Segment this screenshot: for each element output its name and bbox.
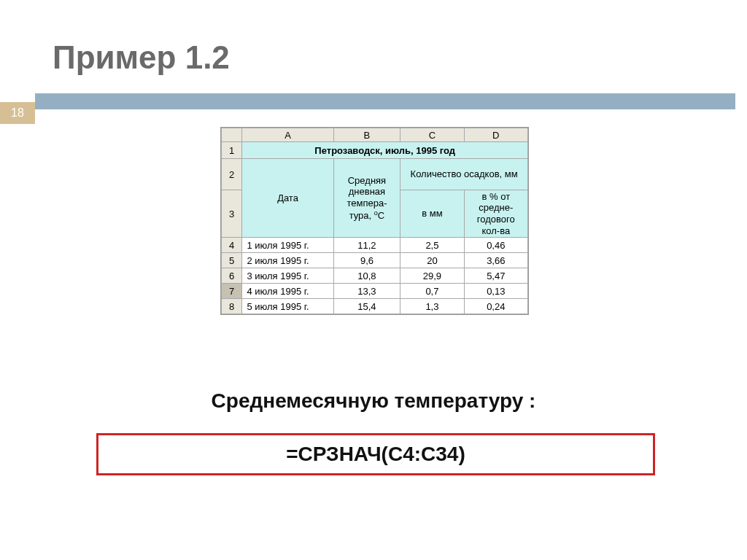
caption-text: Среднемесячную температуру :	[0, 389, 747, 413]
cell-temp: 15,4	[333, 299, 400, 314]
cell-mm: 29,9	[400, 268, 464, 284]
cell-date: 4 июля 1995 г.	[242, 284, 333, 299]
header-precip-mm: в мм	[400, 190, 464, 238]
row-num-6: 6	[222, 268, 242, 284]
row-num-5: 5	[222, 253, 242, 268]
formula-box: =СРЗНАЧ(C4:C34)	[96, 433, 655, 475]
header-precip-group: Количество осадков, мм	[400, 159, 528, 190]
cell-date: 3 июля 1995 г.	[242, 268, 333, 284]
cell-mm: 20	[400, 253, 464, 268]
cell-pct: 3,66	[464, 253, 527, 268]
table-row: 5 2 июля 1995 г. 9,6 20 3,66	[222, 253, 528, 268]
table-row: 6 3 июля 1995 г. 10,8 29,9 5,47	[222, 268, 528, 284]
page-number-badge: 18	[0, 102, 35, 124]
row-num-7: 7	[222, 284, 242, 299]
row-num-4: 4	[222, 238, 242, 253]
col-header-B: B	[333, 128, 400, 142]
cell-temp: 10,8	[333, 268, 400, 284]
table-row: 4 1 июля 1995 г. 11,2 2,5 0,46	[222, 238, 528, 253]
cell-pct: 5,47	[464, 268, 527, 284]
cell-pct: 0,13	[464, 284, 527, 299]
header-precip-pct: в % отсредне-годовогокол-ва	[464, 190, 527, 238]
cell-pct: 0,46	[464, 238, 527, 253]
cell-mm: 2,5	[400, 238, 464, 253]
header-row-upper: 2 Дата Средняядневнаятемпера-тура, oС Ко…	[222, 159, 528, 190]
col-header-C: C	[400, 128, 464, 142]
header-date: Дата	[242, 159, 333, 238]
row-num-3: 3	[222, 190, 242, 238]
table-row: 8 5 июля 1995 г. 15,4 1,3 0,24	[222, 299, 528, 314]
header-temp: Средняядневнаятемпера-тура, oС	[333, 159, 400, 238]
cell-date: 1 июля 1995 г.	[242, 238, 333, 253]
cell-mm: 0,7	[400, 284, 464, 299]
title-rule	[35, 93, 735, 109]
row-num-1: 1	[222, 142, 242, 159]
header-precip-pct-text: в % отсредне-годовогокол-ва	[477, 191, 515, 236]
cell-temp: 13,3	[333, 284, 400, 299]
cell-temp: 9,6	[333, 253, 400, 268]
row-num-8: 8	[222, 299, 242, 314]
col-header-D: D	[464, 128, 527, 142]
table-row-selected: 7 4 июля 1995 г. 13,3 0,7 0,13	[222, 284, 528, 299]
cell-date: 5 июля 1995 г.	[242, 299, 333, 314]
column-header-row: A B C D	[222, 128, 528, 142]
corner-cell	[222, 128, 242, 142]
row-num-2: 2	[222, 159, 242, 190]
table-title-row: 1 Петрозаводск, июль, 1995 год	[222, 142, 528, 159]
table-title: Петрозаводск, июль, 1995 год	[242, 142, 528, 159]
spreadsheet: A B C D 1 Петрозаводск, июль, 1995 год 2…	[220, 127, 529, 315]
formula-text: =СРЗНАЧ(C4:C34)	[286, 443, 465, 466]
slide: Пример 1.2 18 A B C D 1 Петрозаводск, ию…	[0, 0, 747, 560]
col-header-A: A	[242, 128, 333, 142]
cell-pct: 0,24	[464, 299, 527, 314]
cell-temp: 11,2	[333, 238, 400, 253]
slide-title: Пример 1.2	[53, 39, 230, 76]
cell-date: 2 июля 1995 г.	[242, 253, 333, 268]
cell-mm: 1,3	[400, 299, 464, 314]
header-temp-text: Средняядневнаятемпера-тура, oС	[347, 175, 387, 221]
